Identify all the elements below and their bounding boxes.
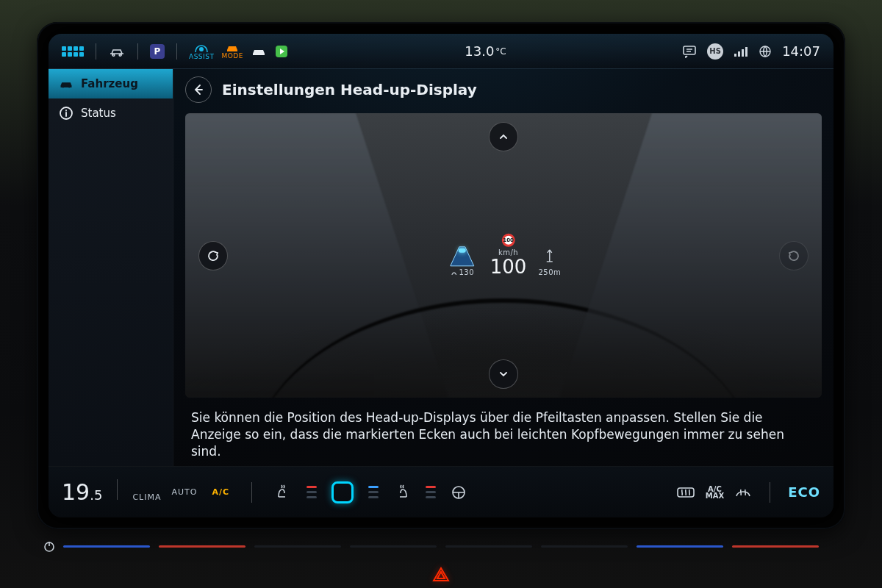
info-icon	[59, 106, 74, 121]
car-white-icon[interactable]	[251, 46, 267, 57]
hud-move-down-button[interactable]	[489, 359, 518, 389]
back-button[interactable]	[185, 76, 212, 103]
car-icon	[59, 76, 74, 91]
hud-distance-block: 250m	[538, 248, 561, 276]
main-panel: Einstellungen Head-up-Display	[173, 69, 833, 466]
auto-button[interactable]: AUTO	[171, 487, 197, 497]
seat-heater-left-level[interactable]	[306, 486, 317, 498]
climate-right: A/CMAX ECO	[676, 482, 820, 503]
temperature-unit: °C	[495, 46, 506, 57]
hud-speed-value: 100	[490, 257, 527, 276]
top-bar-right: HS 14:07	[682, 43, 820, 60]
hud-lane-assist: 130	[446, 243, 478, 276]
hud-speed-block: 100 km/h 100	[490, 233, 527, 276]
svg-point-0	[112, 54, 115, 56]
svg-point-10	[62, 86, 65, 88]
rear-defrost-icon[interactable]	[676, 486, 695, 499]
top-bar-left: P ASSIST MODE	[62, 42, 289, 60]
parking-chip[interactable]: P	[150, 44, 165, 59]
hud-preview: 130 100 km/h 100	[185, 113, 822, 398]
mode-label: MODE	[221, 53, 243, 60]
distance-marker-icon	[544, 248, 556, 267]
svg-rect-5	[734, 54, 736, 57]
page-header: Einstellungen Head-up-Display	[173, 69, 833, 110]
hud-move-up-button[interactable]	[489, 122, 518, 151]
content-area: Fahrzeug Status Einstellungen H	[49, 69, 833, 466]
clock: 14:07	[782, 43, 820, 59]
hud-rotate-left-button[interactable]	[198, 241, 228, 270]
drive-mode-shortcut[interactable]: MODE	[221, 43, 243, 60]
media-app-icon[interactable]	[274, 44, 289, 59]
infotainment-screen: P ASSIST MODE	[49, 34, 833, 517]
hud-preview-scene: 130 100 km/h 100	[185, 113, 822, 398]
touch-slider-strip[interactable]	[59, 541, 823, 551]
hud-help-text: Sie können die Position des Head-up-Disp…	[173, 404, 833, 466]
power-button-icon[interactable]	[43, 539, 56, 556]
page-title: Einstellungen Head-up-Display	[222, 81, 477, 98]
divider	[117, 479, 118, 500]
divider	[96, 43, 96, 60]
divider	[770, 482, 770, 503]
svg-point-11	[68, 86, 71, 88]
profile-badge[interactable]: HS	[707, 43, 723, 60]
hud-lane-distance: 130	[450, 268, 474, 276]
svg-rect-6	[738, 51, 740, 57]
divider	[137, 43, 138, 60]
eco-button[interactable]: ECO	[788, 484, 820, 500]
steering-heater-level[interactable]	[426, 486, 436, 498]
seat-heater-right-icon[interactable]	[393, 484, 411, 501]
photo-stage: P ASSIST MODE	[0, 0, 882, 588]
signal-icon[interactable]	[734, 46, 748, 57]
sidebar-item-fahrzeug[interactable]: Fahrzeug	[49, 69, 173, 98]
hud-rotate-right-button[interactable]	[779, 241, 808, 270]
speed-limit-sign-icon: 100	[502, 233, 515, 246]
sidebar-item-label: Status	[81, 107, 116, 120]
climate-bar: 19.5 CLIMA AUTO A/C	[49, 466, 833, 517]
svg-rect-4	[684, 46, 695, 54]
divider	[251, 482, 252, 503]
assist-label: ASSIST	[189, 54, 214, 60]
sidebar-item-label: Fahrzeug	[81, 77, 138, 90]
svg-point-1	[119, 54, 121, 56]
hud-distance-value: 250m	[538, 268, 561, 276]
climate-center: AUTO A/C	[171, 481, 467, 503]
hud-ego-car-icon	[459, 248, 466, 252]
ac-max-button[interactable]: A/CMAX	[706, 486, 724, 499]
sidebar-item-status[interactable]: Status	[49, 98, 173, 128]
screen-bezel: P ASSIST MODE	[37, 22, 845, 529]
divider	[176, 43, 177, 60]
top-bar: P ASSIST MODE	[49, 34, 833, 69]
connectivity-icon[interactable]	[759, 45, 772, 58]
svg-point-2	[199, 47, 204, 51]
hud-sample-display: 130 100 km/h 100	[446, 233, 561, 276]
seat-heater-left-icon[interactable]	[274, 484, 292, 501]
settings-sidebar: Fahrzeug Status	[49, 69, 173, 466]
hazard-button-icon[interactable]	[431, 566, 451, 585]
steering-heater-icon[interactable]	[451, 484, 467, 501]
svg-rect-8	[745, 47, 747, 57]
app-launcher-icon[interactable]	[62, 46, 84, 57]
messages-icon[interactable]	[682, 45, 697, 58]
outside-temperature: 13.0°C	[293, 43, 678, 59]
clima-label[interactable]: CLIMA	[132, 492, 161, 502]
svg-rect-7	[742, 49, 744, 57]
climate-left: 19.5 CLIMA	[62, 479, 161, 505]
driver-temperature[interactable]: 19.5	[62, 479, 102, 505]
climate-off-button[interactable]	[331, 481, 354, 503]
front-defrost-icon[interactable]	[734, 486, 752, 499]
assist-shortcut[interactable]: ASSIST	[189, 42, 214, 60]
temperature-value: 13.0	[465, 43, 494, 59]
ac-button[interactable]: A/C	[212, 487, 229, 497]
seat-heater-right-level[interactable]	[368, 486, 379, 498]
vehicle-icon[interactable]	[108, 46, 126, 57]
